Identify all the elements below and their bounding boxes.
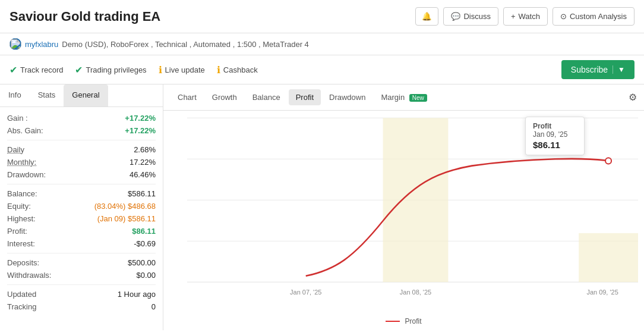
abs-gain-label: Abs. Gain: xyxy=(7,126,43,135)
profit-label: Profit: xyxy=(7,227,27,236)
monthly-row: Monthly: 17.22% xyxy=(7,156,156,168)
tooltip-label: Profit xyxy=(533,122,577,130)
right-panel: Chart Growth Balance Profit Drawdown Mar… xyxy=(163,84,644,330)
page-title: Saviour Gold trading EA xyxy=(10,9,160,24)
profit-end-dot xyxy=(605,158,611,164)
custom-analysis-button[interactable]: ⊙ Custom Analysis xyxy=(553,7,634,26)
divider-3 xyxy=(7,253,156,253)
chart-legend: Profit xyxy=(163,314,644,329)
svg-text:Jan 09, '25: Jan 09, '25 xyxy=(586,289,618,296)
divider-4 xyxy=(7,284,156,285)
new-badge: New xyxy=(409,94,427,102)
deposits-value: $500.00 xyxy=(128,258,156,267)
drawdown-label: Drawdown: xyxy=(7,170,46,179)
tracking-row: Tracking 0 xyxy=(7,300,156,313)
tooltip-date: Jan 09, '25 xyxy=(533,130,577,139)
jan08-highlight xyxy=(383,118,449,282)
daily-row: Daily 2.68% xyxy=(7,143,156,156)
tracking-label: Tracking xyxy=(7,302,36,311)
statusbar: ✔ Track record ✔ Trading privileges ℹ Li… xyxy=(0,55,644,84)
daily-label: Daily xyxy=(7,145,24,154)
left-panel: Info Stats General Gain : +17.22% Abs. G… xyxy=(0,84,163,330)
chart-tab-chart[interactable]: Chart xyxy=(171,89,204,105)
chart-tab-balance[interactable]: Balance xyxy=(245,89,288,105)
profit-value: $86.11 xyxy=(132,227,156,236)
balance-label: Balance: xyxy=(7,189,37,198)
account-info: Demo (USD), RoboForex , Technical , Auto… xyxy=(62,40,308,49)
tab-stats[interactable]: Stats xyxy=(30,84,64,107)
abs-gain-value: +17.22% xyxy=(125,126,156,135)
track-record-status: ✔ Track record xyxy=(10,64,63,76)
profit-line xyxy=(306,159,608,276)
legend-line-icon xyxy=(386,321,400,322)
equity-row: Equity: (83.04%) $486.68 xyxy=(7,200,156,212)
trading-privileges-status: ✔ Trading privileges xyxy=(75,64,146,76)
bell-button[interactable]: 🔔 xyxy=(415,7,438,26)
cashback-status: ℹ Cashback xyxy=(217,64,258,76)
updated-label: Updated xyxy=(7,290,36,299)
info-icon-cashback: ℹ xyxy=(217,64,220,76)
profit-row: Profit: $86.11 xyxy=(7,225,156,237)
interest-row: Interest: -$0.69 xyxy=(7,237,156,250)
drawdown-value: 46.46% xyxy=(130,170,156,179)
svg-text:Jan 07, '25: Jan 07, '25 xyxy=(290,289,321,296)
chart-icon: ⊙ xyxy=(560,12,567,21)
header-actions: 🔔 💬 Discuss + Watch ⊙ Custom Analysis xyxy=(415,7,634,26)
balance-row: Balance: $586.11 xyxy=(7,187,156,200)
chart-tab-growth[interactable]: Growth xyxy=(205,89,244,105)
subscribe-button[interactable]: Subscribe ▼ xyxy=(561,60,634,79)
filter-icon[interactable]: ⚙ xyxy=(629,92,637,103)
gain-value: +17.22% xyxy=(125,114,156,123)
live-update-status: ℹ Live update xyxy=(159,64,205,76)
check-icon-track: ✔ xyxy=(10,64,17,76)
withdrawals-label: Withdrawals: xyxy=(7,271,51,280)
svg-text:Jan 08, '25: Jan 08, '25 xyxy=(400,289,431,296)
chart-tab-profit[interactable]: Profit xyxy=(289,89,321,105)
equity-value: (83.04%) $486.68 xyxy=(94,202,156,211)
chart-area: Profit Jan 09, '25 $86.11 $0 $25 $50 $75… xyxy=(163,111,644,330)
balance-value: $586.11 xyxy=(128,189,156,198)
info-panel: Gain : +17.22% Abs. Gain: +17.22% Daily … xyxy=(0,107,163,318)
gain-label: Gain : xyxy=(7,114,28,123)
divider-1 xyxy=(7,140,156,140)
highest-row: Highest: (Jan 09) $586.11 xyxy=(7,212,156,225)
highest-value: (Jan 09) $586.11 xyxy=(97,214,156,223)
chart-tooltip: Profit Jan 09, '25 $86.11 xyxy=(525,117,585,155)
monthly-value: 17.22% xyxy=(130,158,156,167)
chart-tab-drawdown[interactable]: Drawdown xyxy=(322,89,372,105)
abs-gain-row: Abs. Gain: +17.22% xyxy=(7,124,156,137)
tab-info[interactable]: Info xyxy=(0,84,30,107)
info-icon-live: ℹ xyxy=(159,64,162,76)
jan09-highlight xyxy=(579,233,638,282)
tooltip-value: $86.11 xyxy=(533,140,577,150)
highest-label: Highest: xyxy=(7,214,36,223)
bell-icon: 🔔 xyxy=(422,12,432,21)
chart-tab-margin[interactable]: Margin New xyxy=(374,89,434,105)
subscribe-arrow-icon: ▼ xyxy=(613,65,625,74)
discuss-button[interactable]: 💬 Discuss xyxy=(443,7,498,26)
equity-label: Equity: xyxy=(7,202,31,211)
header: Saviour Gold trading EA 🔔 💬 Discuss + Wa… xyxy=(0,0,644,33)
watch-button[interactable]: + Watch xyxy=(503,7,548,26)
legend-label: Profit xyxy=(405,317,421,325)
daily-value: 2.68% xyxy=(134,145,156,154)
deposits-label: Deposits: xyxy=(7,258,39,267)
monthly-label: Monthly: xyxy=(7,158,36,167)
left-tab-bar: Info Stats General xyxy=(0,84,163,107)
chart-tab-bar: Chart Growth Balance Profit Drawdown Mar… xyxy=(163,84,644,111)
withdrawals-value: $0.00 xyxy=(136,271,156,280)
tracking-value: 0 xyxy=(151,302,156,311)
drawdown-row: Drawdown: 46.46% xyxy=(7,168,156,181)
username-link[interactable]: myfxlabru xyxy=(25,40,58,49)
gain-row: Gain : +17.22% xyxy=(7,112,156,124)
main-content: Info Stats General Gain : +17.22% Abs. G… xyxy=(0,84,644,330)
avatar xyxy=(10,38,21,50)
deposits-row: Deposits: $500.00 xyxy=(7,256,156,269)
interest-label: Interest: xyxy=(7,239,35,248)
discuss-icon: 💬 xyxy=(451,12,460,21)
updated-row: Updated 1 Hour ago xyxy=(7,288,156,300)
check-icon-trading: ✔ xyxy=(75,64,83,76)
divider-2 xyxy=(7,184,156,184)
plus-icon: + xyxy=(511,12,516,21)
tab-general[interactable]: General xyxy=(64,84,108,107)
